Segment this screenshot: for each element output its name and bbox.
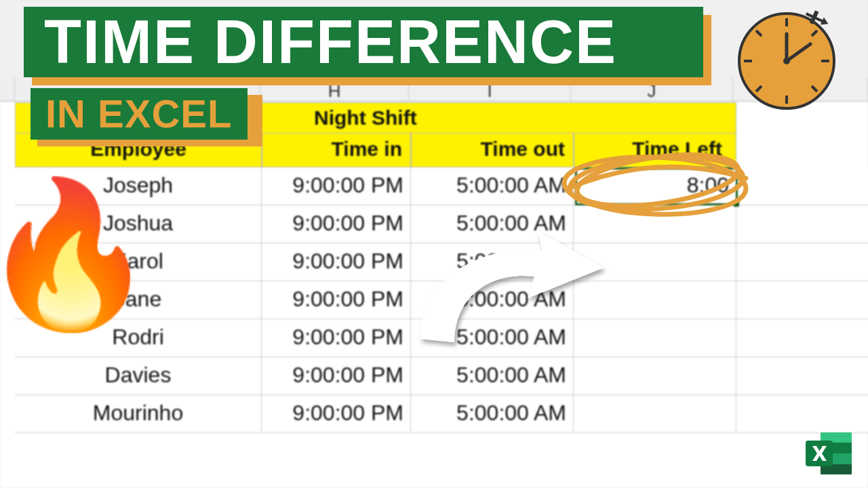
cell-employee[interactable]: Davies (15, 357, 262, 395)
cell-empty-k[interactable] (736, 205, 868, 243)
cell-time-in[interactable]: 9:00:00 PM (262, 281, 411, 319)
cell-empty-k[interactable] (736, 167, 868, 205)
cell-time-out[interactable]: 5:00:00 AM (411, 357, 574, 395)
table-row: Davies 9:00:00 PM 5:00:00 AM (15, 357, 868, 395)
cell-time-in[interactable]: 9:00:00 PM (262, 357, 411, 395)
cell-time-in[interactable]: 9:00:00 PM (262, 395, 411, 433)
header-time-in[interactable]: Time in (262, 134, 411, 167)
svg-point-11 (783, 58, 790, 64)
cell-empty-k[interactable] (736, 319, 868, 357)
cell-time-left[interactable] (574, 281, 736, 319)
cell-empty-k[interactable] (736, 243, 868, 281)
title-sub-overlay: IN EXCEL (31, 88, 248, 140)
cell-time-left[interactable] (574, 205, 736, 243)
row-header-spacer (0, 78, 15, 101)
cell-time-left[interactable] (574, 319, 736, 357)
fire-icon: 🔥 (0, 183, 157, 325)
cell-employee[interactable]: Mourinho (15, 395, 262, 433)
cell-time-left[interactable]: 8:00 (574, 167, 736, 205)
cell-time-left[interactable] (574, 357, 736, 395)
title-main-text: TIME DIFFERENCE (24, 7, 703, 77)
cell-empty-k[interactable] (736, 281, 868, 319)
cell-time-out[interactable]: 5:00:00 AM (411, 281, 574, 319)
excel-logo-icon (802, 430, 856, 480)
cell-time-in[interactable]: 9:00:00 PM (262, 167, 411, 205)
cell-time-left[interactable] (574, 395, 736, 433)
table-row: Mourinho 9:00:00 PM 5:00:00 AM (15, 395, 868, 433)
cell-time-out[interactable]: 5:00:00 AM (411, 319, 574, 357)
cell-time-in[interactable]: 9:00:00 PM (262, 205, 411, 243)
cell-time-out[interactable]: 5:00:00 AM (411, 243, 574, 281)
cell-time-left[interactable] (574, 243, 736, 281)
cell-time-out[interactable]: 5:00:00 AM (411, 205, 574, 243)
cell-time-out[interactable]: 5:00:00 AM (411, 167, 574, 205)
clock-icon (729, 3, 844, 121)
header-time-out[interactable]: Time out (411, 134, 574, 167)
cell-empty-k[interactable] (736, 357, 868, 395)
title-main-overlay: TIME DIFFERENCE (24, 7, 703, 77)
cell-time-in[interactable]: 9:00:00 PM (262, 319, 411, 357)
cell-time-in[interactable]: 9:00:00 PM (262, 243, 411, 281)
cell-time-out[interactable]: 5:00:00 AM (411, 395, 574, 433)
title-sub-text: IN EXCEL (31, 88, 248, 140)
header-time-left[interactable]: Time Left (574, 134, 736, 167)
cell-empty-k[interactable] (736, 395, 868, 433)
